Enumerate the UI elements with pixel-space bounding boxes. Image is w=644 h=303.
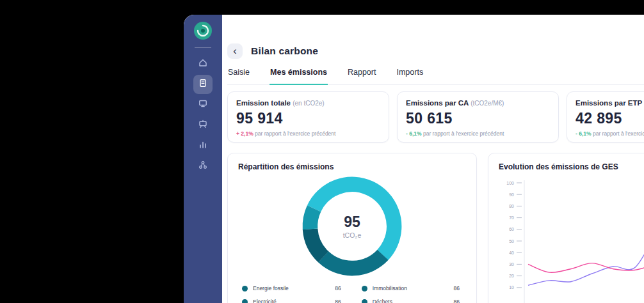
stat-delta: - 6,1% par rapport à l'exercice précéden… [576,130,644,137]
svg-text:20: 20 [509,274,514,278]
page-header: ‹ Bilan carbone [227,43,644,59]
screen-icon [198,98,208,111]
donut-chart: 95 tCO₂e [300,174,405,279]
stat-delta: - 6,1% par rapport à l'exercice précéden… [406,130,550,137]
svg-text:30: 30 [509,262,514,267]
legend-label: Déchets [373,299,392,303]
stat-card-emissions-par-etp: Emissions par ETP (tCO2e 42 895 - 6,1% p… [567,91,644,143]
donut-legend: Energie fossile 86 Electricité 86 Immobi… [238,285,466,303]
chart-title: Répartition des émissions [238,162,466,171]
tab-bar: Saisie Mes émissions Rapport Imports [227,68,644,85]
stat-delta-percent: - 6,1% [406,130,422,137]
sidebar-item-documents[interactable] [193,75,213,94]
stat-title: Emission totale (en tCO2e) [236,99,380,107]
legend-label: Immobilisation [373,285,407,291]
stat-value: 95 914 [236,110,380,127]
svg-text:50: 50 [509,239,514,244]
page-title: Bilan carbone [251,45,318,57]
stat-value: 42 895 [576,110,644,127]
sidebar-divider [195,47,211,48]
greenly-logo-icon[interactable] [193,21,213,40]
charts-row: Répartition des émissions 95 tCO₂e Energ… [227,153,644,303]
line-chart-card: Evolution des émissions de GES 100908070… [488,153,644,303]
sidebar-item-analytics[interactable] [193,136,213,155]
legend-label: Electricité [253,299,277,303]
svg-text:40: 40 [509,251,514,255]
stat-delta-percent: + 2,1% [236,130,254,137]
tab-imports[interactable]: Imports [396,68,424,84]
stat-delta-text: par rapport à l'exercice précédent [255,130,335,137]
legend-value: 86 [335,285,343,291]
legend-label: Energie fossile [253,285,289,291]
legend-value: 86 [335,299,343,303]
sidebar-item-org-chart[interactable] [193,157,213,176]
stat-delta-text: par rapport à l'exercice précédent [593,130,644,137]
legend-dot [242,299,248,303]
stat-title: Emissions par CA (tCO2e/M€) [406,99,550,107]
sidebar [184,15,222,303]
legend-dot [362,286,367,291]
svg-text:10: 10 [509,285,514,290]
sidebar-nav [193,54,213,176]
legend-item: Energie fossile 86 [242,285,344,291]
home-icon [198,58,208,70]
stat-title: Emissions par ETP (tCO2e [576,99,644,107]
main-content: ‹ Bilan carbone Saisie Mes émissions Rap… [222,15,644,303]
stats-row: Emission totale (en tCO2e) 95 914 + 2,1%… [227,91,644,143]
legend-item: Déchets 86 [362,299,462,303]
org-chart-icon [198,160,208,173]
tab-mes-emissions[interactable]: Mes émissions [270,68,328,85]
stat-unit: (en tCO2e) [293,100,324,107]
sidebar-item-screen[interactable] [193,95,213,114]
stat-delta: + 2,1% par rapport à l'exercice précéden… [236,130,380,137]
stat-card-emission-totale: Emission totale (en tCO2e) 95 914 + 2,1%… [227,91,389,143]
back-button[interactable]: ‹ [227,43,243,59]
stat-delta-text: par rapport à l'exercice précédent [423,130,504,137]
app-window: ‹ Bilan carbone Saisie Mes émissions Rap… [184,15,644,303]
sidebar-item-home[interactable] [193,54,213,74]
stat-unit: (tCO2e/M€) [471,100,504,107]
tab-rapport[interactable]: Rapport [347,68,376,84]
screen: ‹ Bilan carbone Saisie Mes émissions Rap… [0,0,644,303]
svg-text:70: 70 [509,215,514,220]
sidebar-item-board[interactable] [193,116,213,135]
legend-dot [242,286,248,291]
stat-value: 50 615 [406,110,550,127]
svg-text:100: 100 [506,181,514,185]
stat-card-emissions-par-ca: Emissions par CA (tCO2e/M€) 50 615 - 6,1… [397,91,559,143]
legend-item: Immobilisation 86 [362,285,462,291]
line-chart: 100908070605040302010 [499,176,644,303]
svg-text:90: 90 [509,192,514,197]
svg-text:80: 80 [509,204,514,208]
svg-text:60: 60 [509,227,514,231]
document-icon [198,78,208,91]
stat-delta-percent: - 6,1% [576,130,592,137]
legend-value: 86 [454,285,462,291]
legend-item: Electricité 86 [242,299,344,303]
tab-saisie[interactable]: Saisie [227,68,250,84]
presentation-board-icon [198,119,208,132]
donut-chart-card: Répartition des émissions 95 tCO₂e Energ… [227,153,477,303]
chart-title: Evolution des émissions de GES [499,162,644,171]
legend-value: 86 [454,299,462,303]
legend-dot [362,299,367,303]
bar-chart-icon [198,139,208,152]
